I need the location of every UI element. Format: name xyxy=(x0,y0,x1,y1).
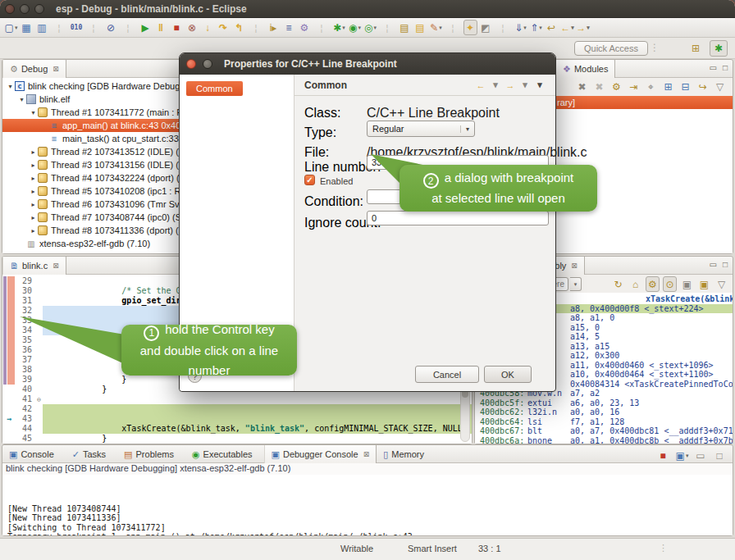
console-toolbar-button[interactable]: ▣ ▾ xyxy=(675,448,689,463)
perspective-button[interactable]: ⊞ xyxy=(687,40,705,57)
window-minimize-button[interactable] xyxy=(20,4,30,14)
line-number[interactable]: 29 xyxy=(16,276,35,286)
ignore-count-input[interactable]: 0 xyxy=(367,211,549,225)
quick-access-button[interactable]: Quick Access xyxy=(574,41,648,56)
window-maximize-button[interactable] xyxy=(34,4,44,14)
ok-button[interactable]: OK xyxy=(484,366,532,383)
location-dropdown-icon[interactable]: ▾ xyxy=(570,277,582,291)
toolbar-button[interactable]: ¦ xyxy=(446,20,460,35)
toolbar-button[interactable]: ¦ xyxy=(87,20,101,35)
disassembly-toolbar-button[interactable]: ▣ xyxy=(680,276,694,292)
toolbar-button[interactable]: ◩ xyxy=(479,20,493,35)
cancel-button[interactable]: Cancel xyxy=(415,366,479,383)
line-number[interactable]: 31 xyxy=(16,296,35,306)
tree-expander-icon[interactable]: ▾ xyxy=(17,96,26,103)
toolbar-button[interactable]: ¦ xyxy=(52,20,66,35)
enabled-checkbox[interactable]: ✓ xyxy=(304,175,315,185)
tree-expander-icon[interactable]: ▾ xyxy=(29,109,38,116)
fold-marker-icon[interactable] xyxy=(35,394,43,405)
toolbar-button[interactable]: ¦ xyxy=(315,20,329,35)
modules-toolbar-button[interactable]: ↪ xyxy=(696,80,710,95)
tree-expander-icon[interactable]: ▸ xyxy=(29,214,38,221)
tree-expander-icon[interactable]: ▸ xyxy=(29,175,38,182)
type-select[interactable]: Regular ▾ xyxy=(367,121,475,137)
close-icon[interactable]: ⊠ xyxy=(52,262,59,270)
toolbar-button[interactable]: ✎ ▾ xyxy=(429,20,443,35)
toolbar-button[interactable]: ▥ xyxy=(35,20,49,35)
sidebar-item-common[interactable]: Common xyxy=(186,81,243,96)
toolbar-button[interactable]: ◉ ▾ xyxy=(348,20,362,35)
tab-debug[interactable]: ⚙ Debug ⊠ xyxy=(2,60,66,78)
modules-toolbar-button[interactable]: ⊞ xyxy=(661,80,675,95)
toolbar-button[interactable]: ▤ xyxy=(398,20,412,35)
maximize-icon[interactable]: □ xyxy=(723,260,728,269)
tab-blink-c[interactable]: 🗎 blink.c ⊠ xyxy=(2,257,66,275)
toolbar-button[interactable]: ✱ ▾ xyxy=(332,20,346,35)
tree-expander-icon[interactable]: ▸ xyxy=(29,201,38,208)
console-toolbar-button[interactable]: ▭ xyxy=(694,448,708,463)
line-number[interactable]: 44 xyxy=(16,424,35,434)
console-tab[interactable]: ◉ Executables xyxy=(185,445,264,463)
console-tab[interactable]: ▯ Memory xyxy=(377,445,436,463)
toolbar-button[interactable]: → ▾ xyxy=(576,20,590,35)
tree-expander-icon[interactable]: ▸ xyxy=(29,188,38,195)
console-tab[interactable]: ▣ Console xyxy=(2,445,66,463)
close-icon[interactable]: ⊠ xyxy=(571,262,578,270)
window-close-button[interactable] xyxy=(5,4,15,14)
toolbar-button[interactable]: ↓ xyxy=(201,20,215,35)
toolbar-button[interactable]: ⚙ xyxy=(298,20,312,35)
modules-toolbar-button[interactable]: ⇥ xyxy=(627,80,641,95)
dialog-nav-button[interactable]: ▾ xyxy=(491,79,500,92)
dialog-nav-button[interactable]: ← xyxy=(476,79,486,92)
toolbar-button[interactable]: ■ xyxy=(170,20,184,35)
modules-toolbar-button[interactable]: ⊟ xyxy=(678,80,692,95)
tree-expander-icon[interactable]: ▸ xyxy=(29,148,38,156)
toolbar-button[interactable]: ◎ ▾ xyxy=(363,20,377,35)
dialog-nav-button[interactable]: ▾ xyxy=(535,79,545,92)
dialog-close-button[interactable] xyxy=(186,59,196,69)
tree-expander-icon[interactable]: ▸ xyxy=(29,227,38,234)
modules-toolbar-button[interactable]: ⌖ xyxy=(644,80,658,95)
toolbar-button[interactable]: ≡ xyxy=(282,20,296,35)
disassembly-toolbar-button[interactable]: ▽ xyxy=(714,276,728,292)
toolbar-button[interactable]: ¦ xyxy=(381,20,395,35)
close-icon[interactable]: ⊠ xyxy=(363,450,370,458)
modules-toolbar-button[interactable]: ▽ xyxy=(713,80,727,95)
toolbar-button[interactable]: ✦ xyxy=(463,20,477,35)
toolbar-button[interactable]: ▶ xyxy=(139,20,153,35)
minimize-icon[interactable]: ▭ xyxy=(710,260,717,269)
toolbar-button[interactable]: i▸ xyxy=(267,20,281,35)
line-number[interactable]: 40 xyxy=(16,385,35,394)
console-tab[interactable]: ✓ Tasks xyxy=(66,445,117,463)
disassembly-toolbar-button[interactable]: ⚙ xyxy=(646,276,660,292)
dialog-minimize-button[interactable] xyxy=(203,59,212,69)
line-number[interactable]: 30 xyxy=(16,286,35,296)
toolbar-button[interactable]: ⊗ xyxy=(185,20,199,35)
modules-toolbar-button[interactable]: ⚙ xyxy=(609,80,623,95)
toolbar-button[interactable]: ⇓ ▾ xyxy=(514,20,527,35)
toolbar-button[interactable]: ¦ xyxy=(496,20,510,35)
line-number[interactable]: 43 xyxy=(16,414,35,424)
dialog-nav-button[interactable]: → xyxy=(505,79,515,92)
toolbar-button[interactable]: ⇑ ▾ xyxy=(529,20,543,35)
code-text[interactable] xyxy=(43,424,472,444)
toolbar-button[interactable]: ↩ xyxy=(545,20,559,35)
line-number[interactable]: 42 xyxy=(16,404,35,414)
toolbar-button[interactable]: ‖ xyxy=(154,20,168,35)
console-toolbar-button[interactable]: ■ xyxy=(656,448,670,463)
disassembly-toolbar-button[interactable]: ▣ xyxy=(697,276,711,292)
tree-expander-icon[interactable]: ▾ xyxy=(6,83,15,90)
toolbar-button[interactable]: ⊘ xyxy=(104,20,118,35)
disassembly-toolbar-button[interactable]: ⊙ xyxy=(663,276,677,292)
toolbar-button[interactable]: ↰ xyxy=(232,20,246,35)
toolbar-button[interactable]: ▤ xyxy=(413,20,427,35)
maximize-icon[interactable]: □ xyxy=(723,63,728,72)
line-number[interactable]: 45 xyxy=(16,434,35,444)
toolbar-button[interactable]: ¦ xyxy=(121,20,135,35)
tree-expander-icon[interactable]: ▸ xyxy=(29,162,38,169)
toolbar-button[interactable]: ¦ xyxy=(249,20,263,35)
toolbar-button[interactable]: ↷ xyxy=(217,20,231,35)
console-tab[interactable]: ▤ Problems xyxy=(117,445,185,463)
perspective-button[interactable]: ✱ xyxy=(710,40,728,57)
minimize-icon[interactable]: ▭ xyxy=(710,63,717,72)
